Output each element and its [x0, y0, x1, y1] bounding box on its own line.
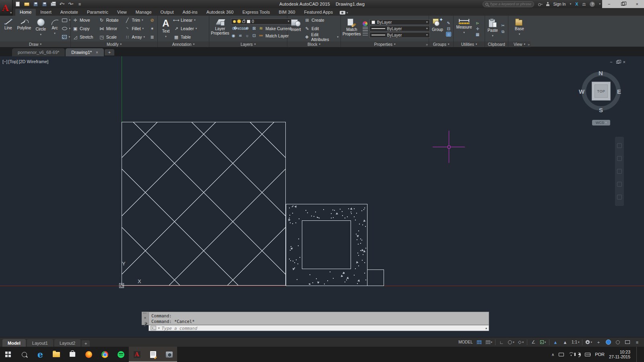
- polyline-button[interactable]: Polyline: [16, 16, 33, 41]
- line-button[interactable]: Line: [2, 16, 15, 41]
- table-button[interactable]: ▦Table: [173, 33, 197, 41]
- stretch-button[interactable]: ◿Stretch: [72, 33, 99, 41]
- layout1-tab[interactable]: Layout1: [27, 339, 53, 347]
- annotation-visibility-toggle[interactable]: ▲: [551, 338, 560, 346]
- view-panel-expander[interactable]: »: [528, 43, 530, 47]
- hatch-button[interactable]: ▾: [62, 33, 70, 41]
- arc-button[interactable]: Arc ▾: [49, 16, 61, 41]
- panel-modify-title[interactable]: Modify ▾: [71, 41, 157, 47]
- mirror-button[interactable]: ⋈Mirror: [99, 25, 125, 32]
- viewcube-south[interactable]: S: [599, 107, 603, 113]
- tab-parametric[interactable]: Parametric: [83, 9, 113, 16]
- object-snap-toggle[interactable]: ▾: [539, 338, 547, 346]
- edit-attributes-button[interactable]: ❖Edit Attributes▾: [304, 33, 339, 41]
- command-history[interactable]: Command: Command: *Cancel*: [149, 312, 489, 325]
- polar-tracking-toggle[interactable]: ▾: [507, 338, 516, 346]
- circle-button[interactable]: Circle ▾: [33, 16, 48, 41]
- search-button[interactable]: [16, 347, 32, 362]
- offset-button[interactable]: ≣: [149, 33, 156, 41]
- color-wheel-icon[interactable]: [363, 21, 367, 26]
- properties-dialog-launcher[interactable]: »: [426, 43, 428, 47]
- tab-express-tools[interactable]: Express Tools: [238, 9, 274, 16]
- cut-button[interactable]: ✂: [500, 23, 506, 28]
- command-expand-button[interactable]: ▴: [485, 326, 487, 330]
- move-button[interactable]: ✛Move: [72, 16, 99, 24]
- open-media-app-button[interactable]: [161, 347, 177, 362]
- viewport-visual-style-control[interactable]: [2D Wireframe]: [19, 59, 48, 64]
- doc-restore-button[interactable]: [616, 61, 619, 64]
- navigation-bar[interactable]: [615, 137, 624, 206]
- close-button[interactable]: ×: [632, 1, 642, 7]
- search-input[interactable]: [490, 2, 531, 6]
- tab-annotate[interactable]: Annotate: [56, 9, 83, 16]
- annotation-monitor-toggle[interactable]: +: [594, 338, 603, 346]
- autodesk-360-icon[interactable]: ⚖: [582, 2, 586, 6]
- linetype-combo[interactable]: ByLayer ▾: [369, 32, 430, 38]
- panel-view-title[interactable]: View ▾ »: [508, 41, 530, 47]
- workspace-switching-control[interactable]: ▾: [584, 338, 593, 346]
- autocad-taskbar-button[interactable]: A: [129, 347, 145, 362]
- pan-icon[interactable]: [617, 156, 622, 161]
- layer-unlock-button[interactable]: ⊡: [252, 33, 257, 38]
- command-input-row[interactable]: >_ ▾ Type a command ▴: [149, 325, 489, 331]
- layer-isolate-button[interactable]: �козак: [238, 26, 243, 31]
- steering-wheel-icon[interactable]: [617, 143, 622, 148]
- drawing-tab-drawing1[interactable]: Drawing1* ×: [66, 48, 104, 56]
- group-selection-toggle[interactable]: ⊞: [446, 32, 451, 37]
- viewcube-north[interactable]: N: [599, 70, 603, 76]
- new-drawing-tab-button[interactable]: +: [105, 49, 114, 56]
- orbit-icon[interactable]: [617, 182, 622, 187]
- viewport-menu-control[interactable]: [−]: [2, 59, 8, 64]
- help-caret[interactable]: ▾: [599, 2, 601, 6]
- linear-dimension-button[interactable]: ⟷Linear▾: [173, 16, 197, 24]
- group-edit-button[interactable]: ⊟: [446, 26, 451, 31]
- rotate-button[interactable]: ↻Rotate: [99, 16, 125, 24]
- rectangle-button[interactable]: ▾: [62, 16, 70, 24]
- zoom-icon[interactable]: [617, 169, 622, 174]
- isometric-drafting-toggle[interactable]: ◇▾: [516, 338, 525, 346]
- viewcube-top-face[interactable]: TOP: [592, 82, 611, 101]
- annotation-autoscale-toggle[interactable]: ▲: [561, 338, 570, 346]
- tab-featured-apps[interactable]: Featured Apps: [299, 9, 337, 16]
- command-close-button[interactable]: ×: [144, 316, 147, 320]
- touch-keyboard-icon[interactable]: [585, 353, 590, 356]
- command-recent-caret[interactable]: ▾: [158, 327, 160, 330]
- linetype-list-icon[interactable]: [363, 32, 368, 36]
- leader-button[interactable]: ↗Leader▾: [173, 25, 197, 32]
- exchange-apps-icon[interactable]: X: [575, 2, 578, 6]
- language-indicator[interactable]: POR: [595, 352, 605, 357]
- viewcube-wcs-menu[interactable]: WCS ▾: [592, 120, 610, 125]
- quick-calc-button[interactable]: ▦: [475, 32, 480, 37]
- base-view-button[interactable]: Base ▾: [513, 16, 526, 41]
- copy-button[interactable]: ▣Copy: [72, 25, 99, 32]
- match-layer-button[interactable]: ≔Match Layer: [258, 32, 289, 39]
- graphics-performance-toggle[interactable]: [604, 338, 613, 346]
- snap-toggle[interactable]: ▾: [485, 338, 494, 346]
- command-input-placeholder[interactable]: Type a command: [162, 326, 483, 331]
- doc-close-button[interactable]: ×: [623, 60, 625, 64]
- command-customize-wrench-icon[interactable]: [143, 323, 147, 325]
- sign-in-caret[interactable]: ▾: [570, 2, 572, 6]
- ortho-toggle[interactable]: ∟: [497, 338, 506, 346]
- open-document-app-button[interactable]: [145, 347, 161, 362]
- clock[interactable]: 10:23 27-11-2015: [609, 350, 630, 359]
- sign-in-button[interactable]: Sign In: [553, 2, 566, 6]
- drawing-canvas[interactable]: [−] [Top] [2D Wireframe] − × Y X N S W E…: [0, 56, 644, 337]
- panel-layers-title[interactable]: Layers ▾: [209, 41, 287, 47]
- clean-screen-toggle[interactable]: [623, 338, 632, 346]
- paste-button[interactable]: Paste ▾: [487, 16, 499, 41]
- wifi-icon[interactable]: [568, 352, 574, 356]
- edge-browser-button[interactable]: e: [32, 347, 48, 362]
- help-button[interactable]: ?: [590, 2, 595, 7]
- panel-block-title[interactable]: Block ▾: [287, 41, 341, 47]
- key-icon[interactable]: [538, 3, 542, 5]
- viewport-view-control[interactable]: [Top]: [8, 59, 18, 64]
- network-icon[interactable]: [559, 353, 564, 356]
- drawing-tab-pormenor[interactable]: pormenor_v6_68-69*: [12, 48, 65, 56]
- start-button[interactable]: [0, 347, 16, 362]
- explode-button[interactable]: ✶: [149, 25, 156, 32]
- layer-selector-combo[interactable]: 0 ▾: [231, 19, 291, 25]
- object-color-combo[interactable]: ByLayer ▾: [369, 19, 430, 25]
- tab-insert[interactable]: Insert: [36, 9, 56, 16]
- layer-properties-button[interactable]: Layer Properties: [211, 16, 229, 41]
